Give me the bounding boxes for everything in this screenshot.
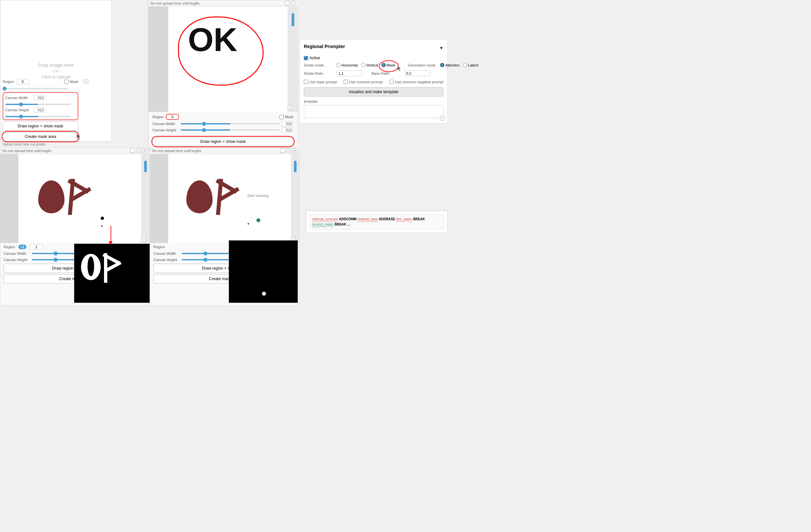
bc-max[interactable]: □ (286, 149, 291, 153)
attention-radio[interactable] (440, 63, 444, 67)
second-region: second_region (312, 223, 334, 226)
bc-scroll[interactable] (294, 161, 296, 172)
canvas-width-label: Canvas Width (5, 96, 32, 100)
canvas-controls: Region 0 Mask Canvas Width 512 Canvas He… (149, 112, 297, 136)
canvas-height-label: Canvas Height (5, 108, 32, 112)
vertical-radio[interactable] (361, 63, 365, 67)
bl-max[interactable]: □ (137, 149, 141, 153)
active-checkbox[interactable] (304, 56, 308, 60)
divide-mode-label: Divide mode (304, 63, 333, 67)
bc-mask-dot (262, 292, 266, 295)
region-label: Region (3, 80, 14, 83)
use-base-prompt-label: Use base prompt (309, 80, 337, 84)
mask-radio[interactable] (381, 63, 386, 67)
plus-one-badge: +1 (18, 245, 27, 249)
region-slider[interactable] (3, 88, 68, 89)
bl-scroll[interactable] (144, 161, 147, 172)
mask-radio-label: Mask (387, 63, 395, 67)
bc-close[interactable]: ✕ (293, 149, 297, 153)
ch-label-2: Canvas Height (152, 128, 179, 132)
draw-region-btn[interactable]: Draw region + show mask (3, 121, 78, 131)
canvas-area[interactable]: OK ⤢ (149, 6, 297, 112)
optional-common: optional_common (312, 217, 338, 221)
regional-prompter-panel: Regional Prompter ▼ Active Divide mode H… (300, 40, 448, 123)
base-ratio-input[interactable]: 0.2 (404, 71, 430, 76)
bl-title-bar: Do not upload here until bugfix _ □ ✕ (0, 148, 150, 154)
cw-label-2: Canvas Width (152, 122, 179, 126)
horizontal-label: Horizontal (341, 63, 358, 67)
region-value: 0 (16, 79, 29, 84)
cw-value-2: 512 (282, 121, 294, 126)
visualize-btn[interactable]: visualize and make template (304, 87, 443, 96)
divide-ratio-input[interactable]: 1,1 (336, 71, 362, 76)
bc-title: Do not upload here until bugfix (152, 149, 201, 153)
cw-slider-2[interactable] (181, 123, 280, 124)
main-canvas-panel: Do not upload here until bugfix _ □ OK ⤢… (148, 0, 298, 148)
template-textarea[interactable] (304, 105, 443, 118)
bl-mask-panel (74, 244, 150, 303)
latent-label: Latent (468, 63, 478, 67)
drop-text: Drop Image Here (38, 63, 73, 68)
latent-radio[interactable] (463, 63, 467, 67)
break-2: BREAK ... (334, 223, 350, 226)
mask-checkbox[interactable] (64, 80, 68, 84)
period: . (100, 215, 104, 230)
template-output-panel: optional_common ADDCOMM optional_base AD… (306, 211, 448, 233)
bl-canvas[interactable]: . ⤢ (0, 154, 150, 243)
horizontal-radio[interactable] (336, 63, 340, 67)
upload-mask-label: Upload mask here cus gradio (3, 142, 78, 146)
collapse-btn[interactable]: ▼ (439, 46, 443, 50)
minimize-btn[interactable]: _ (285, 1, 289, 5)
bc-min[interactable]: _ (280, 149, 285, 153)
mask-label: Mask (70, 80, 78, 83)
region-label-2: Region (152, 115, 164, 119)
or-text: - OR - (51, 69, 61, 73)
blob-o (38, 180, 64, 213)
ok-drawing: OK (188, 23, 237, 56)
maximize-btn[interactable]: □ (291, 1, 295, 5)
break-1: BREAK (413, 217, 425, 221)
addcomm: ADDCOMM (339, 217, 357, 221)
mask-checkbox-2[interactable] (279, 115, 284, 119)
canvas-width-slider[interactable] (5, 104, 71, 105)
mask-o-hole (88, 256, 94, 276)
rp-title: Regional Prompter (304, 44, 345, 49)
bl-close[interactable]: ✕ (143, 149, 148, 153)
attention-label: Attention (445, 63, 459, 67)
scroll-handle[interactable] (292, 13, 294, 26)
template-label: template (304, 100, 318, 103)
mask-label-2: Mask (285, 115, 294, 119)
use-common-prompt-cb[interactable] (343, 80, 348, 84)
expand-icon[interactable]: ⤢ (83, 79, 88, 83)
bl-expand[interactable]: ⤢ (141, 237, 146, 242)
bl-min[interactable]: _ (130, 149, 135, 153)
use-common-prompt-label: Use common prompt (349, 80, 383, 84)
start-drawing-tooltip: Start drawing (247, 194, 269, 198)
red-arrow-head (109, 241, 112, 245)
rp-expand-icon[interactable]: ⤢ (440, 116, 445, 121)
canvas-height-value: 512 (34, 107, 45, 112)
divider-v-1 (148, 0, 149, 151)
draw-region-btn-2[interactable]: Draw region + show mask (152, 137, 294, 146)
divide-ratio-label: Divide Ratio (304, 72, 333, 75)
panel-title: Do not upload here until bugfix (150, 1, 199, 5)
bc-blob-o (186, 180, 213, 213)
use-base-prompt-cb[interactable] (304, 80, 308, 84)
template-output-text: optional_common ADDCOMM optional_base AD… (310, 214, 444, 229)
panel-title-bar: Do not upload here until bugfix _ □ (149, 0, 297, 6)
ch-slider-2[interactable] (181, 130, 280, 131)
canvas-height-slider[interactable] (5, 116, 71, 117)
create-mask-btn[interactable]: Create mask area (3, 132, 78, 141)
cursor-2 (397, 66, 402, 73)
canvas-width-value: 512 (34, 95, 45, 101)
green-dot (256, 218, 260, 222)
bl-title: Do not upload here until bugfix (2, 149, 51, 153)
canvas-expand-icon[interactable]: ⤢ (288, 105, 292, 110)
bc-canvas[interactable]: . Start drawing ⤢ (150, 154, 299, 243)
use-common-negative-cb[interactable] (389, 80, 394, 84)
bc-period: . (246, 213, 250, 227)
use-common-negative-label: Use common negative prompt (395, 80, 443, 84)
divide-mode-group: Horizontal Vertical Mask (336, 63, 395, 67)
region-value-2: 0 (166, 114, 179, 120)
bc-mask-panel (229, 240, 298, 303)
